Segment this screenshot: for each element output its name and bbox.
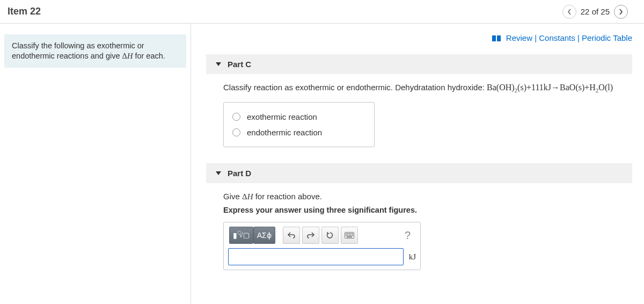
radio-icon xyxy=(232,128,240,136)
item-position: 22 of 25 xyxy=(581,7,610,16)
part-c-body: Classify reaction as exothermic or endot… xyxy=(206,74,632,147)
answer-input[interactable] xyxy=(228,248,404,265)
help-button[interactable]: ? xyxy=(400,227,415,244)
part-c-title: Part C xyxy=(228,60,251,69)
item-nav: 22 of 25 xyxy=(562,5,628,19)
answer-frame: ▮□ √▢ ΑΣϕ xyxy=(223,222,421,270)
part-c-prompt-text: Classify reaction as exothermic or endot… xyxy=(223,83,487,92)
right-panel: Review | Constants | Periodic Table Part… xyxy=(191,24,644,304)
part-d-prompt-b: for reaction above. xyxy=(253,192,322,201)
caret-down-icon xyxy=(216,62,221,66)
svg-rect-10 xyxy=(352,235,353,236)
resource-links: Review | Constants | Periodic Table xyxy=(206,33,632,42)
equation-toolbar: ▮□ √▢ ΑΣϕ xyxy=(228,227,416,248)
svg-rect-8 xyxy=(349,235,350,236)
part-d-prompt-a: Give xyxy=(223,192,242,201)
part-d-instruction: Express your answer using three signific… xyxy=(223,206,632,214)
left-panel: Classify the following as exothermic or … xyxy=(0,24,191,304)
answer-input-row: kJ xyxy=(228,248,416,265)
svg-rect-4 xyxy=(350,233,352,234)
option-exothermic-label: exothermic reaction xyxy=(247,112,317,121)
svg-rect-6 xyxy=(346,235,347,236)
part-c-block: Part C Classify reaction as exothermic o… xyxy=(206,54,632,147)
part-d-block: Part D Give ΔH for reaction above. Expre… xyxy=(206,163,632,270)
undo-button[interactable] xyxy=(283,227,300,244)
part-d-body: Give ΔH for reaction above. Express your… xyxy=(206,183,632,270)
caret-down-icon xyxy=(216,171,221,175)
keyboard-button[interactable] xyxy=(341,227,358,244)
main: Classify the following as exothermic or … xyxy=(0,24,644,304)
svg-rect-7 xyxy=(347,235,348,236)
unit-label: kJ xyxy=(409,252,416,262)
constants-link[interactable]: Constants xyxy=(539,33,575,42)
svg-rect-1 xyxy=(346,233,347,234)
top-bar: Item 22 22 of 25 xyxy=(0,0,644,24)
chem-equation: Ba(OH)2(s)+111kJ→BaO(s)+H2O(l) xyxy=(487,83,613,92)
reset-button[interactable] xyxy=(321,227,339,244)
delta-h-symbol: ΔH xyxy=(242,192,253,201)
svg-rect-3 xyxy=(349,233,350,234)
redo-button[interactable] xyxy=(302,227,319,244)
periodic-table-link[interactable]: Periodic Table xyxy=(582,33,632,42)
template-button[interactable]: ▮□ √▢ xyxy=(229,227,253,244)
delta-h-symbol: ΔH xyxy=(122,52,133,60)
item-title: Item 22 xyxy=(0,6,41,17)
prev-item-button[interactable] xyxy=(562,5,576,19)
bookmark-icon[interactable] xyxy=(492,35,502,42)
svg-rect-5 xyxy=(352,233,353,234)
svg-rect-2 xyxy=(347,233,348,234)
option-exothermic[interactable]: exothermic reaction xyxy=(231,109,367,125)
instruction-text-b: for each. xyxy=(133,52,165,60)
instruction-box: Classify the following as exothermic or … xyxy=(4,34,186,68)
radio-icon xyxy=(232,113,240,121)
option-endothermic-label: endothermic reaction xyxy=(247,128,322,137)
greek-button[interactable]: ΑΣϕ xyxy=(253,227,275,244)
part-d-header[interactable]: Part D xyxy=(206,163,632,183)
option-endothermic[interactable]: endothermic reaction xyxy=(231,125,367,140)
radio-group: exothermic reaction endothermic reaction xyxy=(223,102,375,147)
svg-rect-9 xyxy=(350,235,352,236)
next-item-button[interactable] xyxy=(614,5,628,19)
review-link[interactable]: Review xyxy=(506,33,532,42)
part-c-prompt: Classify reaction as exothermic or endot… xyxy=(223,83,632,93)
part-d-prompt: Give ΔH for reaction above. xyxy=(223,192,632,201)
part-d-title: Part D xyxy=(228,169,251,178)
svg-rect-11 xyxy=(347,236,352,237)
part-c-header[interactable]: Part C xyxy=(206,54,632,74)
